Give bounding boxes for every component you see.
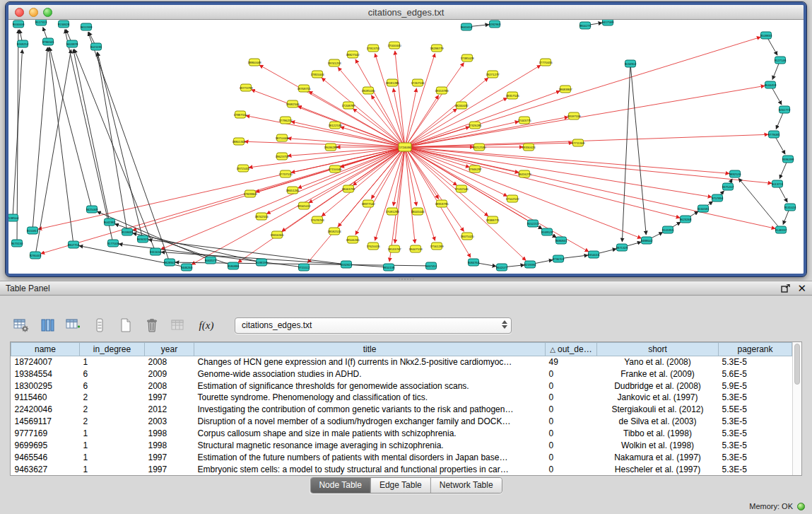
graph-node[interactable]: 18860048 — [247, 59, 261, 66]
graph-node[interactable]: 19447518 — [408, 245, 423, 252]
graph-node[interactable]: 9332825 — [341, 261, 353, 268]
graph-node[interactable]: 17946297 — [468, 165, 482, 173]
graph-node[interactable]: 9425069 — [86, 206, 98, 213]
scrollbar-thumb[interactable] — [794, 344, 800, 385]
table-row[interactable]: 946362711997Embryonic stem cells: a mode… — [11, 463, 792, 475]
graph-node[interactable]: 9779085 — [768, 131, 780, 138]
citation-network-graph[interactable]: 9000000951731391346269651939926925297865… — [8, 20, 804, 274]
add-column-button[interactable] — [64, 315, 83, 335]
table-row[interactable]: 2242004622012Investigating the contribut… — [11, 404, 792, 416]
graph-node[interactable]: 9290443 — [30, 252, 42, 259]
graph-node[interactable]: 9177008 — [107, 240, 119, 247]
graph-node[interactable]: 18592514 — [327, 228, 341, 235]
graph-node[interactable]: 9396398 — [782, 156, 794, 163]
graph-node[interactable]: 9021191 — [90, 43, 102, 50]
graph-node[interactable]: 19715052 — [236, 165, 250, 172]
graph-node[interactable]: 19095036 — [361, 87, 375, 94]
graph-node[interactable]: 9148337 — [775, 226, 787, 233]
graph-node[interactable]: 17737510 — [278, 170, 293, 177]
graph-node[interactable]: 18801301 — [232, 138, 246, 145]
table-row[interactable]: 977716911998Corpus callosum shape and si… — [11, 428, 792, 440]
graph-node[interactable]: 17091293 — [385, 208, 399, 215]
graph-node[interactable]: 9488642 — [641, 237, 653, 244]
graph-node[interactable]: 9580886 — [228, 262, 240, 269]
show-columns-button[interactable] — [37, 315, 57, 335]
graph-node[interactable]: 9261772 — [779, 106, 791, 113]
graph-node[interactable]: 17770056 — [539, 59, 553, 66]
delete-row-button[interactable] — [142, 315, 162, 335]
graph-node[interactable]: 9786565 — [42, 38, 54, 45]
graph-node[interactable]: 19271277 — [486, 71, 500, 78]
graph-node[interactable]: 19036289 — [324, 144, 338, 151]
column-header-short[interactable]: short — [597, 343, 719, 356]
table-row[interactable]: 1938455462009Genome-wide association stu… — [11, 368, 792, 380]
graph-node[interactable]: 9694321 — [137, 235, 149, 243]
graph-node[interactable]: 19597558 — [567, 112, 581, 119]
graph-node[interactable]: 9559695 — [122, 228, 134, 235]
graph-node[interactable]: 9084764 — [468, 259, 480, 266]
graph-node[interactable]: 18416273 — [517, 170, 531, 177]
graph-node[interactable]: 9134626 — [58, 21, 70, 28]
graph-node[interactable]: 18683807 — [558, 86, 572, 93]
graph-node[interactable]: 17561269 — [430, 243, 444, 250]
graph-node[interactable]: 9850138 — [383, 264, 395, 271]
graph-node[interactable]: 19623759 — [275, 153, 289, 160]
graph-node[interactable]: 9623268 — [680, 216, 692, 223]
graph-node[interactable]: 9517313 — [35, 20, 47, 25]
graph-node[interactable]: 9105955 — [662, 226, 674, 233]
graph-node[interactable]: 9602077 — [496, 264, 508, 271]
graph-node[interactable]: 9807756 — [68, 241, 80, 248]
tab-node-table[interactable]: Node Table — [310, 478, 370, 493]
graph-node[interactable]: 17828803 — [243, 190, 257, 197]
graph-node[interactable]: 17887550 — [233, 111, 247, 118]
graph-node[interactable]: 9000000 — [13, 21, 25, 28]
graph-node[interactable]: 9311634 — [150, 248, 162, 255]
graph-node[interactable]: 18063791 — [341, 185, 355, 192]
table-row[interactable]: 969969511998Structural magnetic resonanc… — [11, 439, 792, 451]
graph-node[interactable]: 9828947 — [164, 259, 176, 266]
network-canvas[interactable]: 9000000951731391346269651939926925297865… — [8, 20, 804, 274]
graph-node[interactable]: 18977542 — [361, 200, 375, 207]
graph-node[interactable]: 18240032 — [454, 102, 469, 109]
graph-node[interactable]: 9800276 — [579, 22, 592, 29]
graph-node[interactable]: 17796257 — [278, 117, 293, 124]
graph-node[interactable]: 18768755 — [297, 85, 311, 92]
table-row[interactable]: 1830029562008Estimation of significance … — [11, 380, 792, 392]
graph-node[interactable]: 9282963 — [489, 21, 501, 28]
close-panel-button[interactable]: ✕ — [797, 284, 806, 293]
column-header-title[interactable]: title — [194, 343, 546, 356]
graph-node[interactable]: 19506265 — [346, 236, 360, 243]
graph-node[interactable]: 9715512 — [298, 264, 310, 271]
graph-node[interactable]: 17032546 — [454, 185, 469, 192]
graph-node[interactable]: 9198199 — [256, 259, 268, 266]
graph-node[interactable]: 9467451 — [425, 262, 437, 269]
graph-node[interactable]: 9013711 — [772, 180, 784, 187]
graph-node[interactable]: 9127146 — [775, 57, 787, 64]
graph-node[interactable]: 19212530 — [472, 144, 486, 151]
function-builder-button[interactable]: f(x) — [194, 320, 218, 332]
graph-node[interactable]: 19682506 — [286, 100, 300, 107]
graph-node[interactable]: 18827502 — [346, 51, 360, 58]
graph-node[interactable]: 18005044 — [411, 208, 425, 215]
minimize-window-button[interactable] — [29, 8, 38, 17]
graph-node[interactable]: 17620016 — [366, 243, 380, 250]
column-header-pagerank[interactable]: pagerank — [719, 343, 792, 356]
graph-node[interactable]: 9736703 — [553, 255, 565, 262]
graph-node[interactable]: 18122538 — [328, 122, 342, 129]
graph-node[interactable]: 18651261 — [286, 187, 300, 194]
graph-node[interactable]: 9686841 — [555, 237, 567, 244]
graph-node[interactable]: 19656305 — [270, 231, 284, 238]
graph-node[interactable]: 9219390 — [524, 261, 536, 268]
graph-node[interactable]: 19565012 — [297, 202, 311, 209]
graph-node[interactable]: 9644459 — [765, 81, 777, 88]
column-header-in_degree[interactable]: in_degree — [80, 343, 145, 356]
graph-node[interactable]: 9155817 — [27, 227, 39, 234]
graph-node[interactable]: 9673130 — [11, 240, 23, 247]
column-settings-button[interactable] — [11, 315, 31, 335]
network-view-window[interactable]: citations_edges.txt 90000009517313913462… — [6, 2, 806, 276]
graph-node[interactable]: 9892520 — [729, 170, 741, 177]
tab-network-table[interactable]: Network Table — [430, 478, 502, 493]
graph-node[interactable]: 9240581 — [698, 205, 710, 212]
zoom-window-button[interactable] — [43, 8, 52, 17]
graph-node[interactable]: 17502522 — [505, 195, 519, 202]
